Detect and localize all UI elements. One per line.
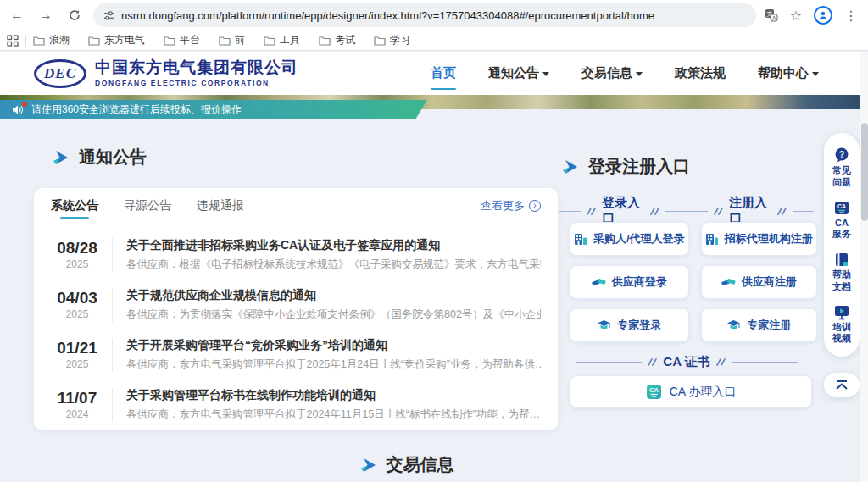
section-arrow-icon [53, 150, 70, 165]
bookmark-label: 东方电气 [104, 33, 145, 47]
divider [112, 288, 113, 322]
site-settings-icon [103, 10, 114, 21]
decorative-slashes [649, 358, 655, 366]
building-icon [574, 233, 587, 246]
nav-item-trade-info[interactable]: 交易信息 [581, 52, 643, 95]
collapse-up-icon [834, 380, 849, 391]
ca-apply-button[interactable]: CA CA 办理入口 [570, 375, 812, 408]
divider [112, 388, 113, 422]
login-section-title: 登录注册入口 [562, 155, 690, 178]
question-icon: ? [833, 147, 850, 163]
sidebar-item-faq[interactable]: ? 常见问题 [824, 141, 860, 196]
bookmark-folder-1[interactable]: 东方电气 [88, 33, 145, 47]
view-more-label: 查看更多 [481, 198, 525, 213]
sidebar-item-label: 常见问题 [832, 165, 851, 189]
list-item[interactable]: 04/03 2025 关于规范供应商企业规模信息的通知 各供应商：为贯彻落实《保… [51, 280, 541, 330]
ca-subheader-text: CA 证书 [663, 354, 709, 370]
folder-icon [264, 36, 275, 46]
back-button[interactable]: ← [5, 3, 29, 27]
sidebar-item-label: 培训视频 [832, 322, 851, 346]
document-icon [833, 252, 850, 268]
apps-grid-icon[interactable] [7, 35, 19, 47]
folder-icon [33, 36, 45, 46]
bookmark-folder-5[interactable]: 考试 [319, 33, 355, 47]
nav-item-help-center[interactable]: 帮助中心 [758, 52, 819, 95]
back-to-top-button[interactable] [824, 373, 860, 397]
chevron-right-circle-icon: › [529, 200, 541, 212]
list-item[interactable]: 08/28 2025 关于全面推进非招标采购业务CA认证及电子签章应用的通知 各… [51, 230, 541, 280]
bookmark-folder-3[interactable]: 前 [219, 33, 245, 47]
date-month-day: 08/28 [51, 239, 103, 258]
company-logo[interactable]: DEC 中国东方电气集团有限公司 DONGFANG ELECTRIC CORPO… [34, 59, 298, 88]
date-year: 2025 [51, 358, 103, 370]
dec-logo-icon: DEC [34, 59, 86, 88]
buyer-agent-login-button[interactable]: 采购人/代理人登录 [570, 222, 689, 256]
view-more-link[interactable]: 查看更多 › [481, 198, 541, 213]
company-name-cn: 中国东方电气集团有限公司 [95, 59, 298, 77]
sidebar-item-training-videos[interactable]: 培训视频 [824, 300, 860, 352]
profile-avatar[interactable] [814, 6, 832, 25]
bookmark-star-icon[interactable]: ☆ [790, 8, 802, 24]
bookmark-folder-2[interactable]: 平台 [164, 33, 200, 47]
nav-item-home[interactable]: 首页 [431, 52, 456, 95]
ca-badge-icon: CA [646, 384, 662, 400]
bookmark-folder-6[interactable]: 学习 [374, 33, 410, 47]
section-arrow-icon [360, 457, 377, 473]
sidebar-item-help-docs[interactable]: 帮助文档 [824, 247, 860, 300]
bookmark-label: 考试 [335, 33, 355, 47]
browser-toolbar: ← → nsrm.dongfang.com/platform/runtime/e… [0, 0, 868, 30]
decorative-slashes [588, 208, 594, 215]
expert-login-button[interactable]: 专家登录 [570, 308, 689, 342]
bookmark-folder-0[interactable]: 浪潮 [33, 33, 70, 47]
browser-notice-banner: 请使用360安全浏览器进行后续投标、报价操作 [0, 100, 427, 119]
reload-button[interactable] [63, 3, 86, 27]
nav-label: 通知公告 [488, 65, 539, 81]
nav-label: 首页 [431, 65, 456, 81]
announcements-tabs: 系统公告 寻源公告 违规通报 查看更多 › [51, 188, 541, 224]
site-header: DEC 中国东方电气集团有限公司 DONGFANG ELECTRIC CORPO… [0, 52, 868, 95]
divider [112, 238, 113, 272]
nav-label: 政策法规 [675, 65, 726, 81]
building-icon [705, 233, 719, 246]
list-item[interactable]: 01/21 2025 关于开展采购管理平台“竞价采购业务”培训的通知 各供应商：… [51, 330, 541, 380]
date-year: 2024 [51, 408, 103, 420]
announcement-title: 关于开展采购管理平台“竞价采购业务”培训的通知 [126, 338, 541, 353]
notice-banner-text: 请使用360安全浏览器进行后续投标、报价操作 [31, 102, 242, 117]
speaker-icon [12, 104, 24, 115]
translate-icon[interactable]: 文A [765, 8, 778, 22]
bookmark-folder-4[interactable]: 工具 [264, 33, 300, 47]
nav-item-policies[interactable]: 政策法规 [675, 52, 726, 95]
date-block: 08/28 2025 [51, 239, 103, 270]
announcement-title: 关于规范供应商企业规模信息的通知 [126, 288, 541, 303]
forward-button[interactable]: → [34, 3, 58, 27]
announcement-text: 关于全面推进非招标采购业务CA认证及电子签章应用的通知 各供应商：根据《电子招标… [126, 238, 541, 272]
person-icon [818, 10, 828, 20]
scrollbar-thumb[interactable] [861, 123, 868, 221]
announcement-title: 关于全面推进非招标采购业务CA认证及电子签章应用的通知 [126, 238, 541, 253]
ca-certificate-subheader: CA 证书 [559, 354, 814, 370]
handshake-icon [592, 276, 606, 288]
reload-icon [69, 9, 81, 21]
tab-system-announcements[interactable]: 系统公告 [51, 188, 98, 224]
announcement-text: 关于规范供应商企业规模信息的通知 各供应商：为贯彻落实《保障中小企业款项支付条例… [126, 288, 541, 322]
browser-menu-icon[interactable]: ⋮ [844, 8, 858, 24]
bookmark-label: 学习 [390, 33, 410, 47]
sidebar-item-ca-service[interactable]: CA CA服务 [824, 196, 860, 248]
bidding-agency-register-button[interactable]: 招标代理机构注册 [701, 222, 817, 256]
url-input[interactable]: nsrm.dongfang.com/platform/runtime/epp/d… [93, 3, 756, 27]
bookmark-label: 工具 [280, 33, 300, 47]
ca-icon: CA [833, 201, 850, 216]
date-block: 11/07 2024 [51, 389, 103, 420]
list-item[interactable]: 11/07 2024 关于采购管理平台标书在线制作功能培训的通知 各供应商：东方… [51, 380, 541, 429]
supplier-register-button[interactable]: 供应商注册 [701, 265, 817, 299]
decorative-line [576, 362, 642, 363]
scrollbar-track[interactable] [860, 52, 868, 482]
expert-register-button[interactable]: 专家注册 [701, 308, 817, 342]
announcement-excerpt: 各供应商：为贯彻落实《保障中小企业款项支付条例》（国务院令第802号）及《中小企… [126, 307, 541, 322]
supplier-login-button[interactable]: 供应商登录 [570, 265, 689, 299]
sidebar-item-label: CA服务 [832, 218, 851, 241]
sidebar-item-label: 帮助文档 [832, 269, 851, 293]
tab-violation-reports[interactable]: 违规通报 [197, 188, 244, 224]
tab-sourcing-announcements[interactable]: 寻源公告 [124, 188, 171, 224]
nav-item-announcements[interactable]: 通知公告 [488, 52, 549, 95]
